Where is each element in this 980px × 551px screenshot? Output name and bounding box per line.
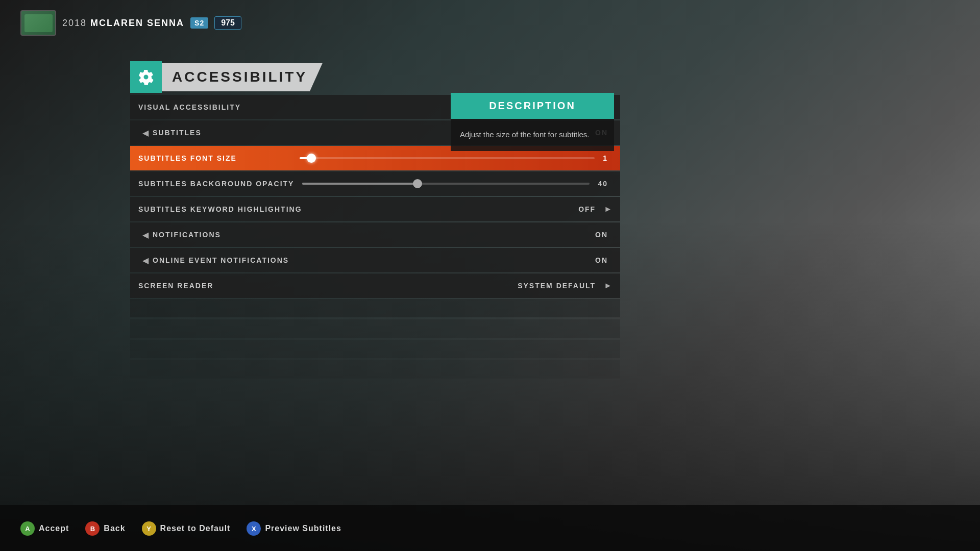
setting-row-dim-4 [130,360,620,379]
arrow-left-icon-online: ◀ [142,256,149,265]
setting-row-online-event-notifications[interactable]: ◀ ONLINE EVENT NOTIFICATIONS ON [130,248,620,272]
class-badge: S2 [190,17,208,29]
car-make: MCLAREN [90,18,143,28]
description-body: Adjust the size of the font for subtitle… [451,119,614,151]
setting-row-notifications[interactable]: ◀ NOTIFICATIONS ON [130,222,620,247]
setting-value-screen-reader: SYSTEM DEFAULT [518,282,596,290]
setting-label-online-event-notifications: ONLINE EVENT NOTIFICATIONS [153,256,306,264]
setting-label-subtitles: SUBTITLES [153,129,306,137]
setting-label-notifications: NOTIFICATIONS [153,231,306,239]
a-button-icon: A [20,521,35,536]
gear-icon-box [130,61,162,93]
description-header: DESCRIPTION [451,93,614,119]
preview-label: Preview Subtitles [265,524,341,533]
slider-track-bg-opacity [302,183,590,185]
back-control[interactable]: B Back [85,521,125,536]
arrow-right-icon-keyword: ► [604,205,612,214]
arrow-left-icon-subtitles: ◀ [142,128,149,138]
setting-label-screen-reader: SCREEN READER [138,282,291,290]
setting-value-subtitles-bg-opacity: 40 [598,180,608,188]
description-title: DESCRIPTION [461,100,604,112]
setting-row-subtitles-bg-opacity[interactable]: SUBTITLES BACKGROUND OPACITY 40 [130,171,620,196]
setting-label-subtitles-font-size: SUBTITLES FONT SIZE [138,154,291,162]
setting-value-notifications: ON [595,231,608,239]
slider-fill-bg-opacity [302,183,417,185]
slider-thumb-font-size[interactable] [307,154,316,163]
y-button-icon: Y [142,521,156,536]
setting-row-subtitles-keyword[interactable]: SUBTITLES KEYWORD HIGHLIGHTING OFF ► [130,197,620,221]
panel-title-box: ACCESSIBILITY [162,63,323,91]
setting-value-subtitles-keyword: OFF [578,205,596,213]
setting-value-online-event-notifications: ON [595,256,608,264]
car-model: SENNA [147,18,184,28]
description-panel: DESCRIPTION Adjust the size of the font … [451,93,614,151]
accept-control[interactable]: A Accept [20,521,69,536]
top-hud: 2018 MCLAREN SENNA S2 975 [20,10,241,36]
preview-control[interactable]: X Preview Subtitles [247,521,341,536]
arrow-left-icon-notifications: ◀ [142,230,149,240]
car-avatar [20,10,56,36]
arrow-right-icon-screen-reader: ► [604,281,612,290]
setting-label-subtitles-keyword: SUBTITLES KEYWORD HIGHLIGHTING [138,205,302,213]
setting-row-dim-3 [130,340,620,358]
pi-badge: 975 [214,16,241,30]
car-year: 2018 [62,18,87,28]
panel-header: ACCESSIBILITY [130,61,620,93]
reset-control[interactable]: Y Reset to Default [142,521,231,536]
panel-title: ACCESSIBILITY [172,69,307,85]
accept-label: Accept [39,524,69,533]
setting-label-subtitles-bg-opacity: SUBTITLES BACKGROUND OPACITY [138,180,294,188]
slider-track-font-size [300,157,595,159]
setting-value-subtitles-font-size: 1 [603,154,608,162]
car-name: 2018 MCLAREN SENNA [62,18,184,29]
x-button-icon: X [247,521,261,536]
setting-label-visual-accessibility: VISUAL ACCESSIBILITY [138,103,291,111]
b-button-icon: B [85,521,100,536]
subtitles-bg-opacity-slider[interactable] [302,183,590,185]
subtitles-font-size-slider[interactable] [300,157,595,159]
gear-icon [137,68,155,86]
car-name-block: 2018 MCLAREN SENNA [62,18,184,29]
slider-thumb-bg-opacity[interactable] [413,179,422,188]
setting-row-dim-1 [130,299,620,317]
description-text: Adjust the size of the font for subtitle… [460,129,605,141]
setting-row-dim-2 [130,319,620,338]
setting-row-screen-reader[interactable]: SCREEN READER SYSTEM DEFAULT ► [130,273,620,298]
back-label: Back [104,524,125,533]
reset-label: Reset to Default [160,524,231,533]
bottom-controls: A Accept B Back Y Reset to Default X Pre… [20,521,341,536]
